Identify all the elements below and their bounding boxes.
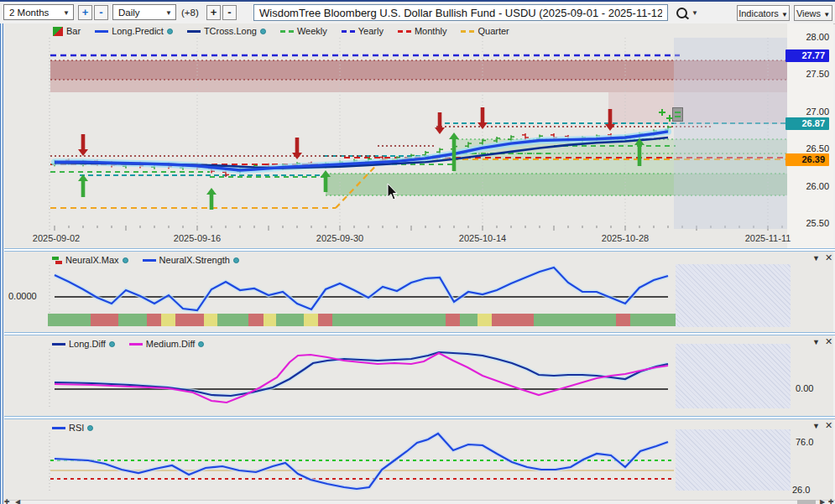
prediction-plus-button[interactable]: +: [206, 5, 221, 20]
legend-label: Medium.Diff: [146, 339, 195, 349]
prediction-minus-button[interactable]: -: [222, 5, 237, 20]
scroll-back-icon[interactable]: ◀: [15, 500, 20, 504]
rsi-legend: RSI: [52, 422, 93, 434]
legend-item-weekly[interactable]: Weekly: [280, 26, 327, 36]
range-select-value: 2 Months: [9, 8, 49, 18]
panel-future-overlay: [676, 429, 791, 491]
zoom-plus-icon[interactable]: ✚: [828, 500, 834, 504]
search-icon[interactable]: [676, 8, 687, 18]
pan-left-icon[interactable]: ✚: [4, 500, 10, 504]
legend-label: Quarter: [478, 26, 509, 36]
legend-item-quarter[interactable]: Quarter: [461, 26, 509, 36]
legend-item-yearly[interactable]: Yearly: [342, 26, 384, 36]
legend-item-neuralx-max[interactable]: NeuralX.Max: [52, 255, 128, 265]
legend-item-long-predict[interactable]: Long.Predict: [95, 26, 173, 36]
diff-legend: Long.DiffMedium.Diff: [52, 338, 204, 350]
legend-label: Monthly: [415, 26, 447, 36]
legend-label: Long.Diff: [69, 339, 106, 349]
main-legend: BarLong.PredictTCross.LongWeeklyYearlyMo…: [53, 25, 509, 37]
info-dot-icon[interactable]: [167, 29, 173, 34]
panel-collapse-button[interactable]: ▼: [812, 254, 820, 262]
bar-swatch-icon: [53, 27, 63, 36]
panel-future-overlay: [676, 344, 791, 408]
panel-future-overlay: [676, 264, 791, 327]
search-caret-icon[interactable]: ▼: [691, 9, 698, 17]
line-swatch-icon: [95, 30, 108, 33]
date-tick-label: 2025-09-02: [23, 233, 90, 243]
legend-label: NeuralX.Max: [65, 255, 119, 265]
charting-app: 2 Months ▼ + - Daily ▼ (+8) + - ▼ Indica…: [0, 0, 835, 504]
date-tick-label: 2025-11-11: [734, 233, 801, 243]
indicators-button[interactable]: Indicators ▼: [737, 5, 790, 21]
range-select[interactable]: 2 Months ▼: [3, 4, 74, 20]
dashed-line-swatch-icon: [342, 30, 355, 33]
legend-item-tcross-long[interactable]: TCross.Long: [187, 26, 266, 36]
info-dot-icon[interactable]: [233, 257, 239, 263]
panel-collapse-button[interactable]: ▼: [812, 338, 820, 346]
info-dot-icon[interactable]: [123, 257, 128, 263]
range-zoom-out-button[interactable]: -: [94, 5, 108, 20]
date-tick-label: 2025-09-16: [164, 233, 231, 243]
symbol-title-input[interactable]: [253, 4, 668, 21]
rsi-upper-label: 76.0: [796, 437, 813, 447]
info-dot-icon[interactable]: [198, 341, 204, 347]
diff-zero-label: 0.00: [796, 383, 813, 393]
main-future-overlay: [674, 38, 787, 229]
price-badge: 26.39: [785, 153, 829, 166]
scroll-forward-icon[interactable]: ▶: [820, 500, 825, 504]
date-tick-label: 2025-10-14: [449, 233, 516, 243]
price-tick-label: 27.00: [791, 107, 829, 117]
frequency-select-value: Daily: [118, 8, 140, 18]
line-swatch-icon: [143, 259, 156, 262]
line-swatch-icon: [129, 343, 143, 346]
legend-label: RSI: [69, 423, 84, 433]
line-swatch-icon: [187, 30, 201, 33]
legend-label: Weekly: [297, 26, 327, 36]
chevron-down-icon: ▼: [165, 5, 172, 21]
price-tick-label: 27.50: [791, 69, 829, 79]
panel-close-button[interactable]: ✕: [825, 336, 832, 347]
legend-item-monthly[interactable]: Monthly: [398, 26, 447, 36]
date-tick-label: 2025-09-30: [306, 233, 373, 243]
legend-label: NeuralX.Strength: [159, 255, 230, 265]
info-dot-icon[interactable]: [260, 29, 266, 34]
date-tick-label: 2025-10-28: [592, 233, 659, 243]
legend-item-bar[interactable]: Bar: [53, 26, 81, 36]
chevron-down-icon: ▼: [63, 5, 70, 21]
legend-label: TCross.Long: [204, 26, 257, 36]
legend-label: Yearly: [358, 26, 384, 36]
legend-item-rsi[interactable]: RSI: [52, 423, 93, 433]
legend-label: Bar: [66, 26, 81, 36]
price-badge: 26.87: [785, 117, 829, 130]
dashed-line-swatch-icon: [461, 30, 474, 33]
prediction-count-label: (+8): [181, 8, 199, 18]
bottom-bar: [0, 500, 835, 504]
price-badge: 27.77: [785, 49, 829, 62]
range-zoom-in-button[interactable]: +: [78, 5, 92, 20]
price-tick-label: 26.50: [791, 143, 829, 153]
dashed-line-swatch-icon: [398, 30, 411, 33]
frequency-select[interactable]: Daily ▼: [112, 4, 176, 20]
line-swatch-icon: [52, 343, 65, 346]
price-tick-label: 28.00: [791, 32, 829, 42]
prediction-marker[interactable]: [672, 107, 683, 122]
legend-item-neuralx-strength[interactable]: NeuralX.Strength: [143, 255, 239, 265]
scrollbar-thumb[interactable]: [797, 500, 816, 504]
neuralx-legend: NeuralX.MaxNeuralX.Strength: [52, 254, 239, 266]
rsi-lower-label: 26.0: [792, 485, 810, 495]
info-dot-icon[interactable]: [87, 425, 93, 431]
legend-item-long-diff[interactable]: Long.Diff: [52, 339, 115, 349]
panel-close-button[interactable]: ✕: [825, 252, 832, 263]
line-swatch-icon: [52, 427, 65, 429]
left-splitter[interactable]: [0, 23, 4, 504]
views-button[interactable]: Views ▼: [794, 5, 832, 21]
price-tick-label: 25.50: [791, 218, 829, 228]
price-tick-label: 26.00: [791, 181, 829, 191]
neuralx-zero-label: 0.0000: [8, 291, 37, 301]
chevron-down-icon: ▼: [823, 11, 830, 18]
chevron-down-icon: ▼: [781, 11, 788, 18]
panel-collapse-button[interactable]: ▼: [812, 422, 820, 430]
legend-item-medium-diff[interactable]: Medium.Diff: [129, 339, 204, 349]
info-dot-icon[interactable]: [109, 341, 115, 347]
panel-close-button[interactable]: ✕: [825, 420, 832, 431]
